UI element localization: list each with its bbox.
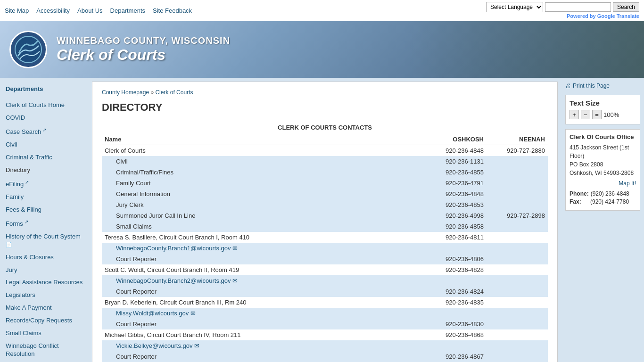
translate-row: Select Language Search xyxy=(486,2,639,12)
sidebar-items: Clerk of Courts HomeCOVIDCase Search ↗Ci… xyxy=(0,99,92,361)
table-row: Bryan D. Keberlein, Circuit Court Branch… xyxy=(102,297,548,308)
email-link[interactable]: WinnebagoCounty.Branch2@wicourts.gov ✉ xyxy=(116,277,238,284)
cell-neenah: 920-727-2880 xyxy=(487,145,548,156)
print-icon: 🖨 xyxy=(565,82,571,89)
language-select[interactable]: Select Language xyxy=(486,2,543,12)
text-size-decrease[interactable]: − xyxy=(581,110,590,119)
cell-neenah xyxy=(487,167,548,178)
cell-name: Jury Clerk xyxy=(102,199,425,210)
sidebar-item-15[interactable]: Make A Payment xyxy=(0,302,92,314)
text-size-increase[interactable]: + xyxy=(570,110,579,119)
cell-neenah xyxy=(487,232,548,243)
sidebar-item-13[interactable]: Legal Assistance Resources xyxy=(0,276,92,289)
table-row: Clerk of Courts920-236-4848920-727-2880 xyxy=(102,145,548,156)
banner: WINNEBAGO COUNTY, WISCONSIN Clerk of Cou… xyxy=(0,21,644,78)
breadcrumb-item-0[interactable]: County Homepage xyxy=(102,89,149,96)
main-content: County Homepage » Clerk of Courts DIRECT… xyxy=(92,82,558,362)
sidebar-item-0[interactable]: Clerk of Courts Home xyxy=(0,99,92,112)
sidebar-item-14[interactable]: Legislators xyxy=(0,289,92,302)
table-row: Civil920-236-1131 xyxy=(102,156,548,167)
table-row: Michael Gibbs, Circuit Court Branch IV, … xyxy=(102,329,548,340)
county-name: WINNEBAGO COUNTY, WISCONSIN xyxy=(57,35,230,46)
cell-oshkosh: 920-236-4853 xyxy=(425,199,487,210)
cell-neenah xyxy=(487,351,548,362)
table-row: Court Reporter920-236-4824 xyxy=(102,286,548,297)
fax-contact: Fax: (920) 424-7780 xyxy=(570,198,636,205)
cell-oshkosh: 920-236-4806 xyxy=(425,254,487,264)
table-row: WinnebagoCounty.Branch2@wicourts.gov ✉ xyxy=(102,275,548,286)
sidebar-item-18[interactable]: Winnebago Conflict Resolution xyxy=(0,340,92,361)
email-link[interactable]: Vickie.Belkye@wicourts.gov ✉ xyxy=(116,342,199,349)
office-info-box: Clerk Of Courts Office 415 Jackson Stree… xyxy=(565,129,640,211)
email-link[interactable]: WinnebagoCounty.Branch1@wicourts.gov ✉ xyxy=(116,245,238,252)
cell-name: Court Reporter xyxy=(102,286,425,297)
sidebar-item-9[interactable]: Forms ↗ xyxy=(0,216,92,230)
cell-oshkosh: 920-236-4824 xyxy=(425,286,487,297)
sidebar-item-16[interactable]: Records/Copy Requests xyxy=(0,314,92,327)
table-row: Teresa S. Basiliere, Circuit Court Branc… xyxy=(102,232,548,243)
cell-oshkosh: 920-236-1131 xyxy=(425,156,487,167)
map-link[interactable]: Map It! xyxy=(570,180,636,187)
cell-name: Civil xyxy=(102,156,425,167)
print-link[interactable]: 🖨 Print this Page xyxy=(565,82,640,89)
departments-link[interactable]: Departments xyxy=(0,82,92,95)
cell-oshkosh: 920-236-4828 xyxy=(425,264,487,275)
sidebar-item-10[interactable]: History of the Court System 📄 xyxy=(0,230,92,251)
cell-neenah xyxy=(487,297,548,308)
table-row: Summoned Juror Call In Line920-236-49989… xyxy=(102,210,548,221)
cell-name: Scott C. Woldt, Circuit Court Branch II,… xyxy=(102,264,425,275)
cell-oshkosh: 920-236-4791 xyxy=(425,178,487,189)
col-name: Name xyxy=(102,134,425,145)
top-nav-site-map[interactable]: Site Map xyxy=(5,7,29,14)
breadcrumb-item-1[interactable]: Clerk of Courts xyxy=(155,89,193,96)
cell-oshkosh: 920-236-4848 xyxy=(425,189,487,199)
table-row: Court Reporter920-236-4867 xyxy=(102,351,548,362)
table-row: WinnebagoCounty.Branch1@wicourts.gov ✉ xyxy=(102,243,548,254)
sidebar-item-4[interactable]: Criminal & Traffic xyxy=(0,151,92,164)
sidebar-item-12[interactable]: Jury xyxy=(0,264,92,277)
cell-neenah xyxy=(487,189,548,199)
table-title: CLERK OF COURTS CONTACTS xyxy=(102,121,548,134)
sidebar-item-6[interactable]: eFiling ↗ xyxy=(0,177,92,191)
text-size-percent: 100% xyxy=(603,111,619,118)
cell-name: Clerk of Courts xyxy=(102,145,425,156)
col-neenah: NEENAH xyxy=(487,134,548,145)
directory-table: CLERK OF COURTS CONTACTS Name OSHKOSH NE… xyxy=(102,121,548,362)
sidebar-item-3[interactable]: Civil xyxy=(0,139,92,151)
address-line: Oshkosh, WI 54903-2808 xyxy=(570,169,636,177)
cell-name: Teresa S. Basiliere, Circuit Court Branc… xyxy=(102,232,425,243)
search-button[interactable]: Search xyxy=(613,2,639,12)
cell-name: Small Claims xyxy=(102,221,425,232)
cell-neenah xyxy=(487,286,548,297)
phone-value: (920) 236-4848 xyxy=(591,190,629,197)
top-nav-departments[interactable]: Departments xyxy=(110,7,145,14)
sidebar-item-2[interactable]: Case Search ↗ xyxy=(0,124,92,139)
cell-oshkosh: 920-236-4858 xyxy=(425,221,487,232)
cell-neenah xyxy=(487,221,548,232)
top-nav-site-feedback[interactable]: Site Feedback xyxy=(153,7,192,14)
phone-contact: Phone: (920) 236-4848 xyxy=(570,190,636,197)
search-input[interactable] xyxy=(545,2,611,12)
table-row: Scott C. Woldt, Circuit Court Branch II,… xyxy=(102,264,548,275)
office-address: 415 Jackson Street (1st Floor)PO Box 280… xyxy=(570,143,636,177)
cell-name: Michael Gibbs, Circuit Court Branch IV, … xyxy=(102,329,425,340)
cell-oshkosh: 920-236-4867 xyxy=(425,351,487,362)
text-size-reset[interactable]: = xyxy=(592,110,602,119)
cell-oshkosh: 920-236-4998 xyxy=(425,210,487,221)
cell-name: General Information xyxy=(102,189,425,199)
sidebar-item-8[interactable]: Fees & Filing xyxy=(0,204,92,216)
sidebar-item-17[interactable]: Small Claims xyxy=(0,327,92,340)
email-link[interactable]: Missy.Woldt@wicourts.gov ✉ xyxy=(116,310,196,317)
page-title: DIRECTORY xyxy=(102,101,548,114)
top-nav-accessibility[interactable]: Accessibility xyxy=(36,7,70,14)
sidebar-item-11[interactable]: Hours & Closures xyxy=(0,251,92,264)
cell-oshkosh: 920-236-4835 xyxy=(425,297,487,308)
breadcrumb: County Homepage » Clerk of Courts xyxy=(102,89,548,96)
table-row: Criminal/Traffic/Fines920-236-4855 xyxy=(102,167,548,178)
sidebar-item-1[interactable]: COVID xyxy=(0,112,92,124)
county-logo xyxy=(9,31,47,68)
sidebar-item-7[interactable]: Family xyxy=(0,191,92,204)
top-nav-about-us[interactable]: About Us xyxy=(77,7,102,14)
cell-name: Bryan D. Keberlein, Circuit Court Branch… xyxy=(102,297,425,308)
sidebar-item-5[interactable]: Directory xyxy=(0,164,92,177)
